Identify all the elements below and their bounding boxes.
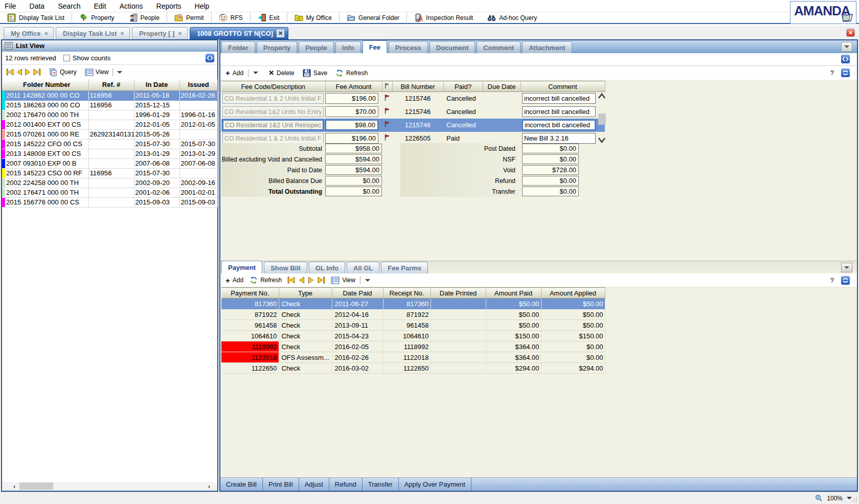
col-bill-number[interactable]: Bill Number [392,81,443,92]
payment-row[interactable]: 871922 Check 2012-04-16 871922 $50.00 $5… [221,309,605,320]
fee-comment-input[interactable] [522,120,596,130]
payment-tab[interactable]: All GL [347,262,379,273]
first-record-button[interactable] [6,68,14,76]
payment-add-button[interactable]: Add [233,277,243,284]
folder-row[interactable]: 2015 156776 000 00 CS 2015-09-03 2015-09… [2,197,217,207]
folder-row[interactable]: 2011 142862 000 00 CO 116956 2011-05-18 … [2,90,217,100]
prev-record-button[interactable] [299,277,305,284]
detail-tab[interactable]: Attachment [522,41,572,53]
col-due-date[interactable]: Due Date [483,81,521,92]
col-in-date[interactable]: In Date [134,79,179,90]
detail-tab[interactable]: Property [257,41,297,53]
fee-amount-input[interactable] [325,120,378,130]
fee-comment-input[interactable] [522,93,596,104]
folder-row[interactable]: 2015 186263 000 00 CO 116956 2015-12-15 [2,100,217,110]
folder-row[interactable]: 2002 176471 000 00 TH 2001-02-06 2001-02… [2,188,217,197]
col-receipt-no[interactable]: Receipt No. [383,288,431,299]
collapse-panel-icon[interactable] [206,54,214,62]
col-date-paid[interactable]: Date Paid [332,288,383,299]
action-button[interactable]: Apply Over Payment [399,478,471,491]
fee-comment-input[interactable] [522,133,596,144]
fee-row[interactable]: 1215746 Cancelled [221,119,605,132]
menu-item[interactable]: File [5,2,23,10]
col-flag[interactable] [382,81,392,92]
folder-row[interactable]: 2002 176470 000 00 TH 1996-01-29 1996-01… [2,110,217,120]
action-button[interactable]: Create Bill [220,478,263,491]
flag-icon[interactable] [384,134,390,141]
payment-reload-icon[interactable] [841,276,850,285]
fee-delete-button[interactable]: Delete [277,70,295,77]
col-ref[interactable]: Ref. # [88,79,134,90]
fee-refresh-button[interactable]: Refresh [346,70,368,77]
tab-overflow-dropdown[interactable] [841,42,852,52]
col-type[interactable]: Type [279,288,332,299]
tab-close-icon[interactable]: × [178,30,182,37]
payment-tab[interactable]: Show Bill [264,262,307,273]
payment-row[interactable]: 817360 Check 2011-06-27 817360 $50.00 $5… [221,299,605,309]
folder-row[interactable]: 2012 001400 EXT 00 CS 2012-01-05 2012-01… [2,120,217,129]
payment-row[interactable]: 1122650 Check 2016-03-02 1122650 $294.00… [221,363,605,374]
fee-desc-input[interactable] [222,106,324,117]
payment-help-button[interactable]: ? [830,277,834,284]
detail-tab[interactable]: Fee [363,40,387,53]
fee-desc-input[interactable] [222,133,324,144]
property-button[interactable]: Property [72,12,121,23]
fee-amount-input[interactable] [325,106,378,117]
action-button[interactable]: Transfer [363,478,399,491]
inspection-result-button[interactable]: Inspection Result [407,12,480,23]
flag-icon[interactable] [384,94,390,101]
payment-tab[interactable]: GL Info [309,262,345,273]
payment-refresh-button[interactable]: Refresh [260,277,282,284]
fee-scrollbar-thumb[interactable] [598,113,606,125]
permit-button[interactable]: P Permit [167,12,211,23]
show-counts-checkbox[interactable] [63,55,70,61]
fee-amount-input[interactable] [325,93,378,104]
fee-amount-input[interactable] [325,133,378,144]
detail-tab[interactable]: Comment [477,41,521,53]
payment-view-button[interactable]: View [342,277,355,284]
flag-icon[interactable] [384,121,390,128]
col-comment[interactable]: Comment [521,81,605,92]
adhoc-query-button[interactable]: Ad-hoc Query [480,12,544,23]
fee-row[interactable]: 1215746 Cancelled [221,92,605,105]
add-dropdown-caret[interactable] [253,72,258,74]
col-fee-amount[interactable]: Fee Amount [325,81,382,92]
general-folder-button[interactable]: General Folder [340,12,406,23]
tab-overflow-dropdown[interactable] [841,263,852,272]
flag-icon[interactable] [384,107,390,114]
payment-row[interactable]: 1064610 Check 2015-04-23 1064610 $150.00… [221,331,605,341]
fee-vertical-scrollbar[interactable] [597,92,606,144]
scroll-up-icon[interactable] [597,92,606,100]
folder-row[interactable]: 2007 093010 EXP 00 B 2007-06-08 2007-06-… [2,158,217,168]
payment-row[interactable]: 961458 Check 2013-09-11 961458 $50.00 $5… [221,320,605,331]
action-button[interactable]: Adjust [299,478,329,491]
display-task-list-button[interactable]: Display Task List [0,12,72,23]
fee-save-button[interactable]: Save [313,70,327,77]
menu-item[interactable]: Search [51,2,87,10]
rfs-button[interactable]: RFS [212,12,250,23]
view-button[interactable]: View [85,68,109,76]
tab-close-icon[interactable]: ✕ [277,30,284,37]
scrollbar-thumb[interactable] [19,483,53,490]
menu-item[interactable]: Help [188,2,216,10]
list-horizontal-scrollbar[interactable]: ‹ › [2,482,217,491]
tab-close-icon[interactable]: × [120,30,124,37]
next-record-button[interactable] [308,277,314,284]
last-record-button[interactable] [33,68,41,76]
folder-row[interactable]: 2002 224258 000 00 TH 2002-09-20 2002-09… [2,178,217,188]
fee-comment-input[interactable] [522,106,596,117]
scroll-left-icon[interactable]: ‹ [13,483,15,490]
col-amount-paid[interactable]: Amount Paid [486,288,541,299]
fee-desc-input[interactable] [222,120,324,130]
detail-tab[interactable]: Folder [221,41,255,53]
people-button[interactable]: People [122,12,167,23]
col-folder-number[interactable]: Folder Number [5,79,88,90]
fee-row[interactable]: 1215746 Cancelled [221,105,605,119]
payment-row[interactable]: 1122018 OFS Assessm... 2016-02-26 112201… [221,352,605,363]
payment-tab[interactable]: Fee Parms [381,262,428,273]
menu-item[interactable]: Edit [87,2,113,10]
prev-record-button[interactable] [16,68,22,76]
close-all-tabs-button[interactable]: ✕ [846,29,855,37]
detail-tab[interactable]: Info [335,41,361,53]
col-amount-applied[interactable]: Amount Applied [541,288,605,299]
